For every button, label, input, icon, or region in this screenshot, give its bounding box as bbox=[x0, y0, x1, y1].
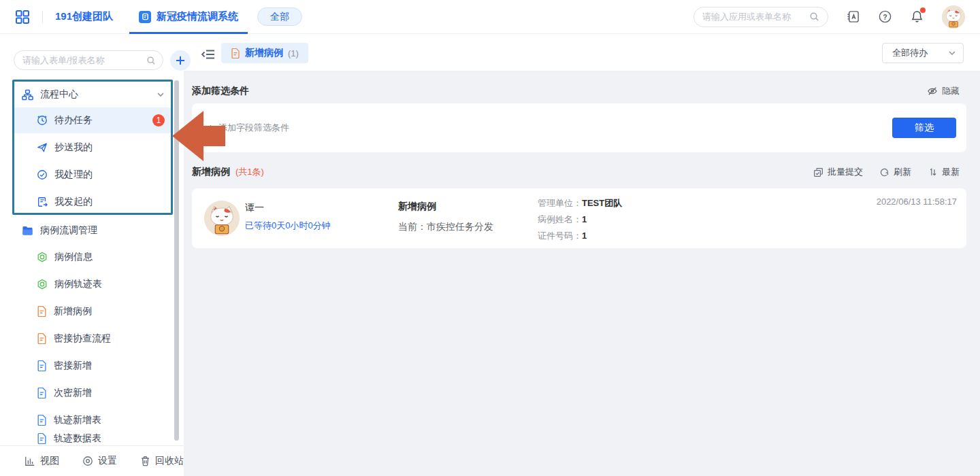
add-form-button[interactable] bbox=[170, 50, 191, 71]
sidebar-search-input[interactable] bbox=[22, 55, 142, 65]
field-value: TEST团队 bbox=[582, 195, 622, 211]
menu-item-label: 待办任务 bbox=[54, 114, 146, 126]
flow-form-icon bbox=[37, 252, 48, 262]
settings-label: 设置 bbox=[98, 455, 117, 467]
sidebar: 流程中心 待办任务 1 抄送我的 bbox=[0, 34, 184, 476]
views-button[interactable]: 视图 bbox=[24, 455, 59, 467]
sidebar-group-process-center[interactable]: 流程中心 bbox=[14, 82, 172, 107]
scope-all-label: 全部 bbox=[270, 11, 289, 23]
sidebar-item-secondary-contact-new[interactable]: 次密新增 bbox=[14, 380, 172, 406]
clock-icon bbox=[37, 115, 48, 126]
form-item-label: 次密新增 bbox=[54, 387, 165, 399]
list-section-title: 新增病例 bbox=[192, 166, 230, 178]
chevron-down-icon bbox=[948, 49, 956, 57]
eye-off-icon bbox=[927, 86, 938, 96]
sidebar-item-handled-by-me[interactable]: 我处理的 bbox=[14, 162, 172, 188]
bell-icon[interactable] bbox=[910, 10, 924, 24]
chevron-down-icon bbox=[157, 90, 165, 99]
main-header: 新增病例 (1) 全部待办 bbox=[184, 34, 980, 71]
address-book-icon[interactable] bbox=[846, 10, 860, 24]
sidebar-item-partial[interactable]: 轨迹数据表 bbox=[14, 426, 172, 445]
form-item-label: 新增病例 bbox=[54, 305, 165, 318]
record-fields: 管理单位： TEST团队 病例姓名： 1 证件号码： 1 bbox=[538, 195, 622, 243]
form-item-label: 密接新增 bbox=[54, 360, 165, 372]
tab-count: (1) bbox=[288, 48, 299, 58]
filter-panel: 添加字段筛选条件 筛选 bbox=[192, 103, 966, 152]
sidebar-item-close-contact-flow[interactable]: 密接协查流程 bbox=[14, 326, 172, 352]
todo-record-row[interactable]: 谭一 已等待0天0小时0分钟 新增病例 当前：市疾控任务分发 管理单位： TES… bbox=[192, 188, 966, 248]
doc-icon-blue bbox=[37, 433, 47, 444]
global-search bbox=[693, 7, 828, 27]
batch-submit-button[interactable]: 批量提交 bbox=[813, 166, 863, 178]
refresh-button[interactable]: 刷新 bbox=[879, 166, 911, 178]
record-waiting-time: 已等待0天0小时0分钟 bbox=[245, 220, 331, 232]
menu-item-label: 抄送我的 bbox=[54, 141, 165, 154]
sidebar-item-close-contact-new[interactable]: 密接新增 bbox=[14, 353, 172, 379]
team-name[interactable]: 191创建团队 bbox=[55, 10, 113, 23]
record-field: 病例姓名： 1 bbox=[538, 211, 622, 227]
help-icon[interactable]: ? bbox=[878, 10, 892, 24]
check-circle-icon bbox=[37, 169, 48, 180]
field-label: 证件号码： bbox=[538, 228, 582, 243]
tab-new-case[interactable]: 新增病例 (1) bbox=[221, 43, 308, 63]
hide-label: 隐藏 bbox=[942, 85, 960, 97]
add-condition-label: 添加字段筛选条件 bbox=[218, 122, 289, 134]
sidebar-item-cc-to-me[interactable]: 抄送我的 bbox=[14, 135, 172, 160]
menu-item-label: 我处理的 bbox=[54, 169, 165, 181]
field-label: 管理单位： bbox=[538, 195, 582, 211]
todo-count-badge: 1 bbox=[152, 114, 165, 126]
sidebar-item-initiated-by-me[interactable]: 我发起的 bbox=[14, 189, 172, 215]
sidebar-item-todo-tasks[interactable]: 待办任务 1 bbox=[14, 107, 172, 133]
trash-icon bbox=[140, 456, 150, 466]
doc-icon-orange bbox=[231, 48, 240, 58]
sidebar-item-case-info[interactable]: 病例信息 bbox=[14, 244, 172, 270]
sort-latest-label: 最新 bbox=[942, 166, 960, 178]
doc-icon-blue bbox=[37, 360, 47, 371]
filter-section-title: 添加筛选条件 bbox=[192, 85, 249, 97]
record-avatar bbox=[204, 201, 240, 236]
collapse-sidebar-icon[interactable] bbox=[201, 49, 215, 60]
user-avatar[interactable] bbox=[942, 5, 965, 29]
hide-filter-toggle[interactable]: 隐藏 bbox=[927, 85, 960, 97]
folder-label: 病例流调管理 bbox=[40, 224, 165, 237]
form-item-label: 病例轨迹表 bbox=[54, 278, 165, 290]
global-search-input[interactable] bbox=[702, 12, 805, 22]
app-tab[interactable]: 新冠疫情流调系统 bbox=[139, 0, 238, 34]
todo-filter-value: 全部待办 bbox=[892, 47, 948, 59]
svg-text:?: ? bbox=[883, 13, 887, 21]
tab-label: 新增病例 bbox=[245, 47, 283, 59]
field-value: 1 bbox=[582, 211, 587, 227]
chart-icon bbox=[24, 456, 35, 466]
filter-button[interactable]: 筛选 bbox=[892, 118, 956, 138]
sidebar-footer: 视图 设置 回收站 bbox=[0, 445, 184, 476]
top-bar: 191创建团队 新冠疫情流调系统 全部 bbox=[0, 0, 980, 34]
app-tab-label: 新冠疫情流调系统 bbox=[157, 10, 238, 23]
apps-grid-icon[interactable] bbox=[15, 10, 30, 24]
form-item-label: 轨迹数据表 bbox=[54, 432, 165, 445]
folder-icon bbox=[22, 226, 33, 236]
doc-icon-blue bbox=[37, 388, 47, 398]
settings-button[interactable]: 设置 bbox=[82, 455, 117, 467]
batch-submit-icon bbox=[813, 167, 823, 177]
search-icon[interactable] bbox=[146, 56, 156, 65]
sidebar-folder-case-management[interactable]: 病例流调管理 bbox=[14, 218, 172, 243]
todo-list-panel: 谭一 已等待0天0小时0分钟 新增病例 当前：市疾控任务分发 管理单位： TES… bbox=[192, 188, 966, 248]
main-area: 新增病例 (1) 全部待办 添加筛选条件 隐藏 bbox=[184, 34, 980, 476]
document-send-icon bbox=[37, 197, 48, 207]
app-root: 191创建团队 新冠疫情流调系统 全部 bbox=[0, 0, 980, 476]
scope-all-pill[interactable]: 全部 bbox=[257, 7, 302, 26]
form-item-label: 轨迹新增表 bbox=[54, 414, 165, 426]
search-icon[interactable] bbox=[809, 12, 819, 22]
sort-latest-button[interactable]: 最新 bbox=[928, 166, 960, 178]
sidebar-scrollbar[interactable] bbox=[174, 80, 179, 441]
record-timestamp: 2022/06/13 11:58:17 bbox=[877, 197, 957, 207]
record-flow-name: 新增病例 bbox=[398, 201, 436, 213]
doc-icon-orange bbox=[37, 333, 47, 344]
topbar-divider bbox=[42, 11, 43, 23]
add-filter-condition[interactable]: 添加字段筛选条件 bbox=[207, 103, 289, 152]
sidebar-item-new-case[interactable]: 新增病例 bbox=[14, 299, 172, 324]
sitemap-icon bbox=[22, 89, 33, 101]
sidebar-item-case-track-table[interactable]: 病例轨迹表 bbox=[14, 271, 172, 297]
todo-filter-select[interactable]: 全部待办 bbox=[882, 43, 964, 63]
recycle-bin-button[interactable]: 回收站 bbox=[140, 455, 184, 467]
